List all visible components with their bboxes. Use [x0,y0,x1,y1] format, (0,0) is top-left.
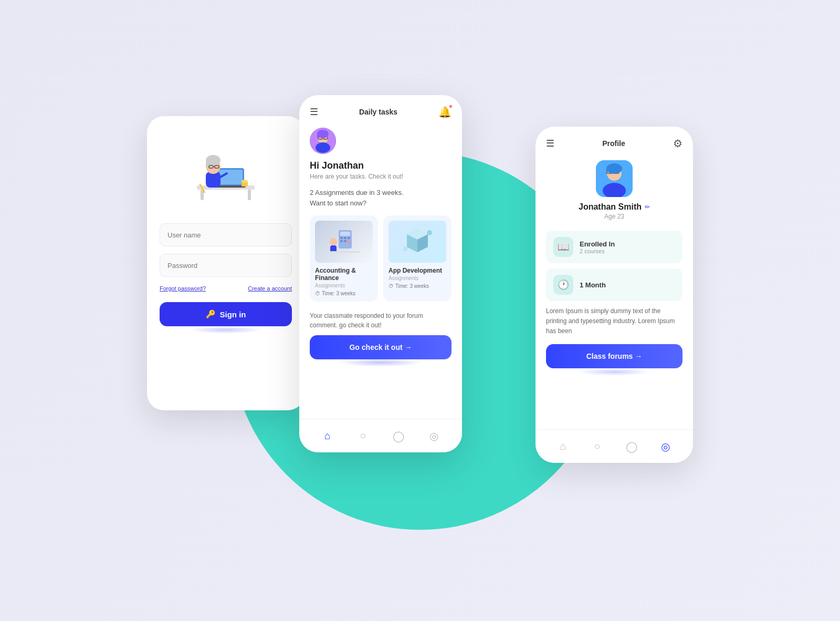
username-input[interactable] [160,223,292,246]
profile-nav-home-icon[interactable]: ⌂ [556,439,571,454]
course-sub-1: Assignments [315,283,373,288]
tasks-title: Daily tasks [359,108,397,116]
enrolled-info-card[interactable]: 📖 Enrolled In 2 courses [546,231,682,263]
svg-rect-28 [344,237,346,239]
profile-nav-chat-icon[interactable]: ◯ [624,439,639,454]
svg-rect-23 [317,133,320,138]
student-desk-illustration [189,139,262,208]
avatar-svg [310,128,336,154]
svg-rect-5 [216,185,246,188]
svg-point-41 [427,230,432,235]
course-image-2 [388,221,446,263]
create-account-link[interactable]: Create a account [248,285,292,292]
enrolled-label: Enrolled In [580,240,615,248]
course-card-1[interactable]: Accounting & Finance Assignments ⏱ Time:… [310,215,378,302]
svg-rect-6 [206,172,220,188]
month-label: 1 Month [580,281,606,289]
course-time-2: ⏱ Time: 3 weeks [388,283,446,289]
profile-avatar [596,160,633,197]
course-title-2: App Development [388,267,446,274]
book-icon: 📖 [553,237,573,257]
sign-in-icon: 🔑 [206,309,216,319]
login-links: Forgot password? Create a account [160,285,292,292]
nav-chat-icon[interactable]: ◯ [391,429,406,443]
nav-profile-icon[interactable]: ◎ [426,429,441,443]
settings-icon[interactable]: ⚙ [673,137,682,150]
profile-nav-clock-icon[interactable]: ○ [590,439,605,454]
enrolled-sub: 2 courses [580,248,615,254]
scene: Forgot password? Create a account 🔑 Sign… [105,61,735,560]
greeting-name: Hi Jonathan [310,160,452,171]
profile-name-row: Jonathan Smith ✏ [579,202,650,212]
course-cards: Accounting & Finance Assignments ⏱ Time:… [310,215,452,302]
course-time-1: ⏱ Time: 3 weeks [315,291,373,296]
course-card-2[interactable]: App Development Assignments ⏱ Time: 3 we… [383,215,452,302]
month-info-card[interactable]: 🕐 1 Month [546,268,682,301]
login-fields [160,223,292,277]
svg-rect-2 [248,190,251,200]
clock-icon: 🕐 [553,275,573,295]
svg-rect-29 [348,237,350,239]
forgot-password-link[interactable]: Forgot password? [160,285,206,292]
bell-icon[interactable]: 🔔 [438,106,452,118]
profile-menu-icon[interactable]: ☰ [546,138,554,149]
password-input[interactable] [160,254,292,277]
profile-nav-profile-icon[interactable]: ◎ [658,439,673,454]
svg-rect-35 [328,251,360,253]
go-check-button[interactable]: Go check it out → [310,335,452,359]
course-title-1: Accounting & Finance [315,267,373,282]
edit-icon[interactable]: ✏ [645,203,650,211]
svg-point-47 [606,163,622,174]
profile-bottom-nav: ⌂ ○ ◯ ◎ [536,429,693,463]
forum-message: Your classmate responded to your forum c… [310,311,452,330]
greeting-subtitle: Here are your tasks. Check it out! [310,173,452,180]
app-illustration [399,225,436,259]
forum-section: Your classmate responded to your forum c… [310,311,452,359]
svg-point-24 [316,142,330,153]
tasks-phone: ☰ Daily tasks 🔔 [299,95,462,452]
svg-rect-30 [340,240,343,242]
profile-header: ☰ Profile ⚙ [546,137,682,150]
course-sub-2: Assignments [388,275,446,281]
svg-rect-27 [340,237,343,239]
notification-dot [449,105,453,108]
svg-point-33 [330,238,337,245]
svg-point-15 [242,180,248,183]
profile-bio: Lorem Ipsum is simply dummy text of the … [546,306,682,337]
profile-avatar-section: Jonathan Smith ✏ Age 23 [546,160,682,220]
login-phone: Forgot password? Create a account 🔑 Sign… [147,116,304,410]
profile-name: Jonathan Smith [579,202,642,212]
tasks-bottom-nav: ⌂ ○ ◯ ◎ [299,419,462,452]
svg-rect-40 [403,247,407,251]
phones-wrapper: Forgot password? Create a account 🔑 Sign… [131,74,709,547]
avatar [310,128,336,154]
svg-rect-32 [348,240,350,242]
illustration-container [184,134,268,213]
profile-title: Profile [602,139,625,148]
user-avatar-row [310,128,452,154]
class-forums-button[interactable]: Class forums → [546,344,682,368]
finance-illustration [326,225,362,259]
svg-rect-4 [219,170,243,184]
sign-in-button[interactable]: 🔑 Sign in [160,302,292,326]
profile-avatar-svg [596,160,633,197]
nav-clock-icon[interactable]: ○ [355,429,370,443]
profile-phone: ☰ Profile ⚙ [536,127,693,463]
svg-rect-9 [206,161,210,168]
svg-rect-26 [340,232,350,236]
svg-rect-31 [344,240,346,242]
nav-home-icon[interactable]: ⌂ [320,429,335,443]
tasks-header: ☰ Daily tasks 🔔 [310,106,452,118]
course-image-1 [315,221,373,263]
assignments-note: 2 Assignments due in 3 weeks. Want to st… [310,188,452,208]
menu-icon[interactable]: ☰ [310,106,318,118]
profile-age: Age 23 [604,213,624,220]
